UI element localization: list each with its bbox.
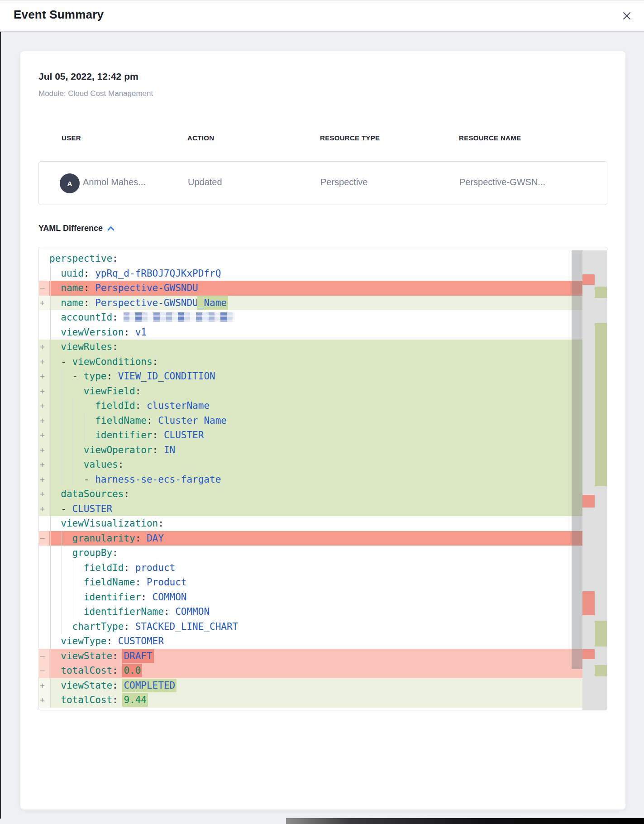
close-icon[interactable] — [621, 10, 632, 21]
diff-line: identifierName: COMMON — [39, 604, 607, 619]
diff-gutter-sign: + — [39, 502, 49, 517]
diff-gutter-sign — [39, 325, 49, 340]
resource-name-value: Perspective-GWSN... — [459, 177, 545, 187]
diff-line-text: fieldId: product — [49, 561, 607, 575]
diff-line: + dataSources: — [39, 487, 607, 502]
indent-guide — [73, 398, 73, 487]
diff-minimap[interactable] — [582, 250, 607, 710]
diff-gutter-sign — [39, 546, 49, 561]
yaml-difference-toggle[interactable]: YAML Difference — [38, 224, 114, 233]
diff-line-text: accountId: — [49, 310, 607, 325]
audit-table-row: A Anmol Mahes... Updated Perspective Per… — [38, 161, 607, 205]
diff-line-text: createdAt: 1657005121653 — [49, 708, 607, 711]
diff-line: + fieldName: Cluster Name — [39, 413, 607, 428]
diff-line-text: - CLUSTER — [49, 502, 607, 517]
minimap-added-marker — [595, 323, 607, 486]
diff-gutter-sign — [39, 251, 49, 266]
diff-gutter-sign — [39, 310, 49, 325]
diff-line-text: viewState: COMPLETED — [49, 678, 607, 693]
indent-guide — [73, 561, 73, 619]
user-name: Anmol Mahes... — [83, 177, 146, 187]
minimap-added-marker — [595, 665, 607, 676]
diff-line: + viewOperator: IN — [39, 443, 607, 458]
diff-gutter-sign: — — [39, 663, 49, 678]
diff-gutter-sign: + — [39, 678, 49, 693]
column-header-resource-type: RESOURCE TYPE — [320, 134, 380, 142]
diff-lines: perspective: uuid: ypRq_d-fRBOJ7QJKxPDfr… — [39, 251, 607, 710]
diff-line-text: viewField: — [49, 384, 607, 399]
diff-gutter-sign: + — [39, 487, 49, 502]
resource-type-value: Perspective — [320, 177, 368, 187]
minimap-added-marker — [595, 621, 607, 647]
diff-line: — name: Perspective-GWSNDU — [39, 281, 607, 296]
diff-gutter-sign: + — [39, 413, 49, 428]
diff-line: + viewRules: — [39, 340, 607, 355]
diff-gutter-sign — [39, 561, 49, 575]
diff-line-text: identifier: CLUSTER — [49, 428, 607, 443]
column-header-action: ACTION — [187, 134, 214, 142]
diff-line: — viewState: DRAFT — [39, 649, 607, 664]
minimap-added-marker — [595, 287, 607, 298]
event-module-label: Module: Cloud Cost Management — [38, 89, 153, 98]
diff-gutter-sign: — — [39, 649, 49, 664]
action-value: Updated — [188, 177, 222, 187]
diff-line-text: perspective: — [49, 251, 607, 266]
column-header-resource-name: RESOURCE NAME — [459, 134, 521, 142]
minimap-removed-marker — [582, 495, 595, 508]
diff-line-text: identifier: COMMON — [49, 590, 607, 605]
diff-line: + viewField: — [39, 384, 607, 399]
diff-gutter-sign: + — [39, 384, 49, 399]
diff-line: identifier: COMMON — [39, 590, 607, 605]
diff-gutter-sign — [39, 708, 49, 711]
diff-line-text: identifierName: COMMON — [49, 604, 607, 619]
diff-line-text: uuid: ypRq_d-fRBOJ7QJKxPDfrQ — [49, 266, 607, 281]
diff-line: + viewState: COMPLETED — [39, 678, 607, 693]
diff-gutter-sign — [39, 634, 49, 649]
underlying-page-edge — [0, 12, 1, 819]
diff-gutter-sign — [39, 266, 49, 281]
page-title: Event Summary — [14, 8, 104, 22]
diff-gutter-sign: + — [39, 457, 49, 472]
modal-header: Event Summary — [0, 0, 644, 32]
diff-gutter-sign: — — [39, 531, 49, 546]
diff-line-text: name: Perspective-GWSNDU — [49, 281, 607, 296]
diff-line: — totalCost: 0.0 — [39, 663, 607, 678]
diff-line-text: - harness-se-ecs-fargate — [49, 472, 607, 487]
diff-line-text: totalCost: 0.0 — [49, 663, 607, 678]
scrollbar-thumb[interactable] — [572, 250, 582, 669]
diff-gutter-sign: + — [39, 398, 49, 413]
diff-line: perspective: — [39, 251, 607, 266]
diff-line-text: viewState: DRAFT — [49, 649, 607, 664]
diff-line: + - CLUSTER — [39, 502, 607, 517]
diff-line: chartType: STACKED_LINE_CHART — [39, 619, 607, 634]
diff-line: + values: — [39, 457, 607, 472]
diff-line-text: name: Perspective-GWSNDU_Name — [49, 296, 607, 311]
underlying-page-strip — [286, 818, 644, 824]
diff-line: — granularity: DAY — [39, 531, 607, 546]
diff-line: + identifier: CLUSTER — [39, 428, 607, 443]
diff-line-text: fieldName: Cluster Name — [49, 413, 607, 428]
diff-line: accountId: — [39, 310, 607, 325]
diff-gutter-sign: + — [39, 693, 49, 708]
diff-line: + - type: VIEW_ID_CONDITION — [39, 369, 607, 384]
diff-line: viewVisualization: — [39, 516, 607, 531]
diff-line-text: groupBy: — [49, 546, 607, 561]
diff-line-text: viewVisualization: — [49, 516, 607, 531]
diff-line-text: viewVersion: v1 — [49, 325, 607, 340]
yaml-diff-editor[interactable]: perspective: uuid: ypRq_d-fRBOJ7QJKxPDfr… — [38, 247, 607, 710]
diff-line: + fieldId: clusterName — [39, 398, 607, 413]
minimap-removed-marker — [582, 649, 595, 659]
chevron-up-icon[interactable] — [107, 224, 114, 233]
diff-line-text: totalCost: 9.44 — [49, 693, 607, 708]
diff-line-text: - type: VIEW_ID_CONDITION — [49, 369, 607, 384]
indent-guide — [62, 369, 62, 487]
diff-gutter-sign — [39, 575, 49, 590]
diff-line-text: dataSources: — [49, 487, 607, 502]
diff-gutter-sign: — — [39, 281, 49, 296]
diff-line: groupBy: — [39, 546, 607, 561]
indent-guide — [84, 413, 85, 443]
redacted-value — [124, 312, 235, 322]
diff-line: fieldName: Product — [39, 575, 607, 590]
indent-guide — [62, 531, 62, 634]
diff-line: createdAt: 1657005121653 — [39, 708, 607, 711]
